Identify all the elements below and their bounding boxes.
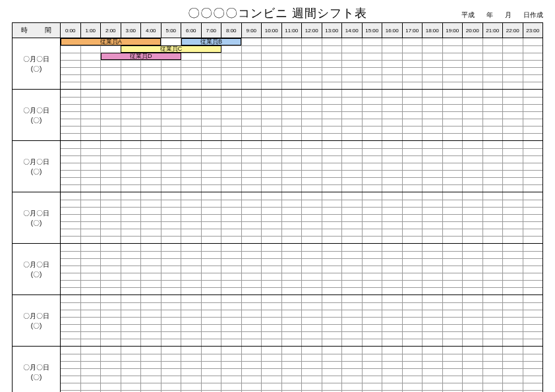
grid-cell [61,281,81,287]
day-weekday: (〇) [31,269,42,279]
grid-cell [202,318,222,324]
grid-cell [523,156,543,163]
grid-cell [382,61,403,67]
grid-row [61,104,542,111]
grid-cell [202,82,222,89]
grid-cell [443,61,463,67]
hour-header-cell: 9:00 [242,23,262,38]
grid-cell [463,134,483,140]
grid-cell [202,295,222,302]
grid-cell [242,192,262,200]
grid-cell [181,266,202,273]
grid-cell [523,208,543,214]
grid-cell [523,273,543,280]
grid-cell [81,68,102,74]
grid-cell [363,325,383,331]
grid-cell [101,61,121,67]
shift-bar[interactable]: 従業員A [61,38,161,45]
grid-cell [181,339,202,346]
grid-cell [181,369,202,376]
grid-cell [503,354,523,361]
day-label: 〇月〇日(〇) [13,38,61,89]
grid-row [61,155,542,163]
grid-cell [403,237,423,243]
grid-cell [382,149,403,155]
grid-cell [282,222,303,229]
grid-cell [81,339,102,346]
grid-cell [202,229,222,236]
grid-cell [202,192,222,200]
grid-cell [483,46,504,53]
grid-cell [282,185,303,192]
grid-cell [282,112,303,119]
grid-cell [221,134,242,140]
grid-cell [382,75,403,82]
grid-cell [403,288,423,294]
grid-cell [242,185,262,192]
grid-cell [423,215,443,221]
grid-cell [81,369,102,376]
grid-cell [121,171,142,177]
grid-cell [61,68,81,74]
grid-cell [262,171,282,177]
grid-cell [262,244,282,251]
grid-cell [61,244,81,251]
grid-cell [423,273,443,280]
grid-cell [403,362,423,368]
hour-header-cell: 8:00 [221,23,242,38]
grid-cell [181,347,202,354]
grid-cell [141,126,161,133]
grid-row [61,141,542,148]
grid-cell [423,68,443,74]
grid-cell [423,38,443,45]
grid-cell [382,281,403,287]
grid-cell [121,288,142,294]
grid-cell [141,266,161,273]
grid-cell [61,156,81,163]
grid-cell [423,46,443,53]
grid-cell [141,376,161,383]
grid-cell [242,112,262,119]
grid-cell [382,90,403,97]
grid-cell [202,112,222,119]
grid-cell [302,215,322,221]
grid-cell [101,259,121,266]
grid-cell [121,200,142,207]
grid-cell [81,288,102,294]
grid-cell [262,112,282,119]
grid-cell [121,119,142,126]
grid-cell [262,288,282,294]
grid-cell [503,332,523,339]
grid-cell [483,295,504,302]
grid-cell [181,171,202,177]
grid-cell [221,61,242,67]
grid-cell [523,149,543,155]
grid-cell [363,163,383,170]
grid-cell [523,82,543,89]
shift-bar[interactable]: 従業員D [101,53,181,60]
grid-cell [423,237,443,243]
grid-cell [382,259,403,266]
grid-cell [242,178,262,184]
grid-cell [262,266,282,273]
grid-cell [61,98,81,104]
grid-cell [503,376,523,383]
grid-cell [61,141,81,148]
grid-cell [403,325,423,331]
grid-cell [101,273,121,280]
grid-cell [503,163,523,170]
grid-cell [101,68,121,74]
grid-cell [483,112,504,119]
grid-cell [121,354,142,361]
grid-cell [282,332,303,339]
grid-cell [463,178,483,184]
grid-cell [342,178,363,184]
shift-bar[interactable]: 従業員B [181,38,241,45]
grid-cell [443,119,463,126]
grid-cell [81,75,102,82]
grid-cell [262,163,282,170]
grid-cell [141,310,161,317]
grid-cell [503,266,523,273]
grid-cell [181,259,202,266]
month-label: 月 [505,11,511,20]
